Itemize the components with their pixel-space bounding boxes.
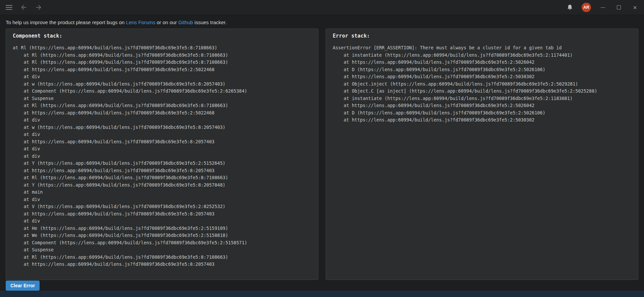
close-button[interactable]: ✕: [631, 3, 639, 12]
actions-row: Clear Error: [6, 280, 638, 291]
hamburger-bars: [6, 5, 12, 10]
hamburger-menu-icon[interactable]: [5, 3, 13, 12]
component-stack-title: Component stack:: [13, 33, 311, 39]
window-titlebar: AR ✕: [0, 0, 644, 15]
error-page: To help us improve the product please re…: [0, 15, 644, 291]
error-stack-panel: Error stack: AssertionError [ERR_ASSERTI…: [326, 29, 638, 280]
user-avatar[interactable]: AR: [582, 3, 591, 12]
component-stack-panel: Component stack: at Rl (https://lens.app…: [6, 29, 318, 280]
titlebar-nav-group: [5, 3, 43, 12]
minimize-icon: [601, 7, 605, 8]
error-stack-trace: AssertionError [ERR_ASSERTION]: There mu…: [333, 44, 631, 124]
maximize-icon: [617, 5, 621, 9]
component-stack-trace: at Rl (https://lens.app:60994/build/lens…: [13, 44, 311, 268]
back-arrow-icon[interactable]: [19, 3, 28, 12]
notice-text-after: issues tracker.: [193, 19, 227, 25]
status-bar: [0, 291, 644, 297]
bug-report-notice: To help us improve the product please re…: [6, 19, 638, 25]
clear-error-button[interactable]: Clear Error: [6, 281, 40, 291]
titlebar-controls-group: AR ✕: [566, 3, 639, 12]
stack-panels: Component stack: at Rl (https://lens.app…: [6, 29, 638, 280]
maximize-button[interactable]: [614, 3, 623, 12]
close-icon: ✕: [633, 5, 637, 10]
github-link[interactable]: Github: [178, 19, 193, 25]
notice-text-before: To help us improve the product please re…: [6, 19, 126, 25]
minimize-button[interactable]: [598, 3, 607, 12]
forward-arrow-icon[interactable]: [34, 3, 43, 12]
notification-bell-icon[interactable]: [566, 3, 574, 12]
lens-forums-link[interactable]: Lens Forums: [126, 19, 156, 25]
notice-text-middle: or on our: [155, 19, 178, 25]
error-stack-title: Error stack:: [333, 33, 631, 39]
